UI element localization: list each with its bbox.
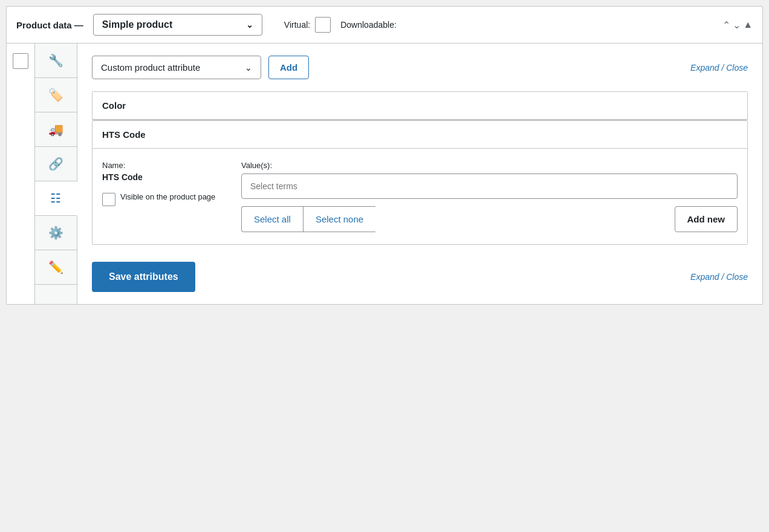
attr-dropdown-chevron-icon: ⌄ xyxy=(245,63,252,73)
nav-up-icon[interactable]: ⌃ xyxy=(722,19,730,31)
values-input[interactable] xyxy=(241,174,738,199)
visible-checkbox-row: Visible on the product page xyxy=(102,192,223,206)
select-none-button[interactable]: Select none xyxy=(303,206,375,232)
tags-icon: 🏷️ xyxy=(48,88,63,102)
sidebar-item-shipping[interactable]: 🚚 xyxy=(35,112,77,147)
add-new-button[interactable]: Add new xyxy=(675,206,738,232)
downloadable-label: Downloadable: xyxy=(340,20,397,30)
truck-icon: 🚚 xyxy=(48,122,63,137)
header-checkbox[interactable] xyxy=(13,53,28,69)
attribute-body-grid: Name: HTS Code Visible on the product pa… xyxy=(102,161,738,232)
link-icon: 🔗 xyxy=(48,157,63,171)
attribute-section-hts-code: HTS Code Name: HTS Code Visible on the p… xyxy=(92,120,748,245)
attr-selector-row: Custom product attribute ⌄ Add Expand / … xyxy=(92,56,748,79)
product-type-select[interactable]: Simple product ⌄ xyxy=(93,14,262,36)
outer-container: Product data — Simple product ⌄ Virtual:… xyxy=(0,0,769,532)
attr-name-label: Name: xyxy=(102,161,223,170)
visible-on-page-checkbox[interactable] xyxy=(102,193,115,206)
values-label: Value(s): xyxy=(241,161,738,170)
save-attributes-button[interactable]: Save attributes xyxy=(92,262,195,292)
expand-close-top-link[interactable]: Expand / Close xyxy=(690,63,748,73)
nav-triangle-icon[interactable]: ▲ xyxy=(743,19,753,30)
product-data-body: 🔧 🏷️ 🚚 🔗 ☷ ⚙️ ✏️ xyxy=(7,44,762,304)
gear-icon: ⚙️ xyxy=(48,225,63,240)
sidebar: 🔧 🏷️ 🚚 🔗 ☷ ⚙️ ✏️ xyxy=(35,44,77,304)
expand-close-bottom-link[interactable]: Expand / Close xyxy=(690,272,748,282)
nav-arrows: ⌃ ⌄ ▲ xyxy=(722,19,753,31)
left-checkbox-area xyxy=(7,44,35,304)
product-data-box: Product data — Simple product ⌄ Virtual:… xyxy=(6,6,763,305)
downloadable-section: Downloadable: xyxy=(340,20,397,30)
add-attribute-button[interactable]: Add xyxy=(268,56,309,79)
sidebar-item-settings[interactable]: ⚙️ xyxy=(35,216,77,250)
attribute-type-value: Custom product attribute xyxy=(101,62,200,73)
virtual-section: Virtual: xyxy=(284,17,331,33)
attribute-header-hts-code[interactable]: HTS Code xyxy=(92,121,747,149)
save-section: Save attributes Expand / Close xyxy=(92,259,748,292)
values-actions-left: Select all Select none xyxy=(241,206,375,232)
product-type-value: Simple product xyxy=(102,19,172,30)
attr-name-value: HTS Code xyxy=(102,172,223,182)
sidebar-item-attributes[interactable]: ☷ xyxy=(35,181,77,216)
product-type-chevron-icon: ⌄ xyxy=(246,20,253,30)
sidebar-item-general[interactable]: 🔧 xyxy=(35,44,77,78)
attributes-icon: ☷ xyxy=(50,191,61,206)
wrench-icon: 🔧 xyxy=(48,53,63,68)
attr-left: Name: HTS Code Visible on the product pa… xyxy=(102,161,223,206)
sidebar-item-advanced[interactable]: ✏️ xyxy=(35,250,77,285)
sidebar-item-linked[interactable]: 🔗 xyxy=(35,147,77,181)
product-data-label: Product data — xyxy=(16,20,83,30)
pencil-icon: ✏️ xyxy=(48,260,63,274)
visible-label: Visible on the product page xyxy=(120,192,215,203)
attribute-body-hts-code: Name: HTS Code Visible on the product pa… xyxy=(92,149,747,244)
nav-down-icon[interactable]: ⌄ xyxy=(733,19,741,31)
attribute-section-color: Color xyxy=(92,91,748,120)
main-content: Custom product attribute ⌄ Add Expand / … xyxy=(77,44,762,304)
virtual-label: Virtual: xyxy=(284,20,310,30)
select-all-button[interactable]: Select all xyxy=(241,206,303,232)
virtual-checkbox[interactable] xyxy=(315,17,331,33)
values-actions-row: Select all Select none Add new xyxy=(241,206,738,232)
product-data-header: Product data — Simple product ⌄ Virtual:… xyxy=(7,7,762,44)
attribute-header-color[interactable]: Color xyxy=(92,92,747,120)
attribute-type-dropdown[interactable]: Custom product attribute ⌄ xyxy=(92,56,261,79)
attr-right: Value(s): Select all Select none Add new xyxy=(241,161,738,232)
sidebar-item-inventory[interactable]: 🏷️ xyxy=(35,78,77,112)
